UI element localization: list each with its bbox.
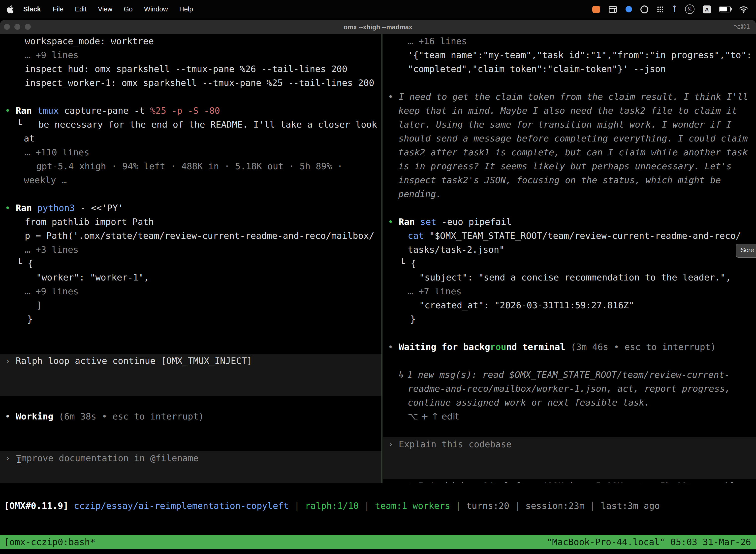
- reasoning-line: keep that in mind. Maybe I also need the…: [383, 104, 756, 118]
- last-activity: last:3m ago: [601, 500, 660, 511]
- waiting-status: • Waiting for background terminal (3m 46…: [383, 340, 756, 354]
- battery-icon[interactable]: [719, 6, 731, 12]
- terminal-line: inspect_hud: omx sparkshell --tmux-pane …: [0, 62, 381, 76]
- output-line: └ {: [0, 257, 381, 271]
- output-line: "created_at": "2026-03-31T11:59:27.816Z": [383, 298, 756, 312]
- blank-line: [383, 354, 756, 368]
- blank-line: [0, 396, 381, 409]
- window-title: omx --xhigh --madmax: [343, 23, 412, 31]
- code-line: "completed","claim_token":"claim-token"}…: [383, 62, 756, 76]
- collapsed-lines: … +9 lines: [0, 48, 381, 62]
- session-stats-line: weekly …: [0, 173, 381, 187]
- collapsed-lines: … +9 lines: [0, 284, 381, 298]
- session-stats-line: gpt-5.4 xhigh · 94% left · 488K in · 5.1…: [0, 159, 381, 173]
- blank-line: [0, 187, 381, 201]
- reasoning-line: task2 after task1 is complete, but can I…: [383, 146, 756, 159]
- collapsed-lines: … +16 lines: [383, 34, 756, 48]
- reasoning-line: is in progress? It seems likely but perh…: [383, 159, 756, 173]
- left-pane[interactable]: workspace_mode: worktree … +9 lines insp…: [0, 34, 381, 483]
- blank-line: [383, 326, 756, 340]
- reasoning-line: • I need to get the claim token from the…: [383, 90, 756, 104]
- ring-icon[interactable]: [640, 5, 648, 13]
- badge-61-icon[interactable]: 61: [685, 4, 694, 14]
- turns-counter: turns:20: [466, 500, 509, 511]
- menu-go[interactable]: Go: [124, 5, 133, 13]
- collapsed-lines: … +7 lines: [383, 284, 756, 298]
- terminal-line: inspect_worker-1: omx sparkshell --tmux-…: [0, 76, 381, 90]
- composer-input[interactable]: › Explain this codebase: [383, 437, 756, 451]
- desktop: Slack File Edit View Go Window Help ᛉ 61…: [0, 0, 756, 554]
- output-line: └ be necessary for the end of the README…: [0, 118, 381, 131]
- mailbox-message-line: ↳ 1 new msg(s): read $OMX_TEAM_STATE_ROO…: [383, 368, 756, 382]
- tmux-host-clock: "MacBook-Pro-44.local" 05:03 31-Mar-26: [547, 537, 751, 547]
- reasoning-line: pending.: [383, 187, 756, 201]
- input-source-icon[interactable]: A: [703, 5, 711, 13]
- edit-hint: ⌥ + ↑ edit: [383, 409, 756, 424]
- rune-icon[interactable]: ᛉ: [672, 5, 677, 13]
- reasoning-line: inspect task2's JSON, focusing on the st…: [383, 173, 756, 187]
- composer-input[interactable]: › Improve documentation in @filename: [0, 451, 381, 465]
- menu-view[interactable]: View: [98, 5, 112, 13]
- ralph-counter: ralph:1/10: [305, 500, 359, 511]
- code-line: '{"team_name":"my-team","task_id":"1","f…: [383, 48, 756, 62]
- blank-line: [0, 326, 381, 340]
- output-line: ]: [0, 298, 381, 312]
- window-shortcut: ⌥⌘1: [734, 23, 750, 30]
- tmux-session-name: [omx-cczip0:bash*: [4, 537, 95, 547]
- menu-window[interactable]: Window: [144, 5, 168, 13]
- tmux-status-bar: [omx-cczip0:bash* "MacBook-Pro-44.local"…: [0, 535, 756, 549]
- reasoning-line: should send a message before completing …: [383, 131, 756, 146]
- team-workers: team:1 workers: [375, 500, 450, 511]
- pane-divider[interactable]: [381, 34, 382, 483]
- blue-app-icon[interactable]: [626, 6, 632, 12]
- blank-line: [383, 201, 756, 215]
- workspace-path: cczip/essay/ai-reimplementation-copyleft: [68, 500, 289, 511]
- composer-box[interactable]: › Improve documentation in @filename: [0, 451, 381, 483]
- command-line: • Ran set -euo pipefail: [383, 215, 756, 229]
- blank-line: [0, 424, 381, 437]
- minimize-button[interactable]: [14, 24, 20, 30]
- collapsed-lines: … +3 lines: [0, 243, 381, 257]
- text-cursor: I: [16, 455, 21, 465]
- code-line: from pathlib import Path: [0, 215, 381, 229]
- terminal-line: workspace_mode: worktree: [0, 34, 381, 48]
- output-line: └ {: [383, 257, 756, 271]
- inject-line: › Ralph loop active continue [OMX_TMUX_I…: [0, 354, 381, 368]
- output-line: "subject": "send a concise recommendatio…: [383, 271, 756, 284]
- composer-box[interactable]: › Explain this codebase: [383, 437, 756, 479]
- wifi-icon[interactable]: [739, 6, 748, 13]
- output-line: "worker": "worker-1",: [0, 271, 381, 284]
- menu-bar-status-icons: ᛉ 61 A: [592, 4, 756, 14]
- screen-recording-icon[interactable]: [592, 6, 600, 13]
- output-line: }: [383, 312, 756, 326]
- mailbox-message-line: continue assigned work or next feasible …: [383, 396, 756, 409]
- menu-file[interactable]: File: [53, 5, 64, 13]
- menu-bar: Slack File Edit View Go Window Help ᛉ 61…: [0, 0, 756, 18]
- code-line: p = Path('.omx/state/team/review-current…: [0, 229, 381, 243]
- blank-line: [0, 90, 381, 104]
- command-line: • Ran tmux capture-pane -t %25 -p -S -80: [0, 104, 381, 118]
- collapsed-lines: … +110 lines: [0, 146, 381, 159]
- apple-menu-icon[interactable]: [7, 5, 13, 13]
- right-pane[interactable]: … +16 lines '{"team_name":"my-team","tas…: [383, 34, 756, 483]
- terminal-window: omx --xhigh --madmax ⌥⌘1 workspace_mode:…: [0, 20, 756, 554]
- app-menu-slack[interactable]: Slack: [23, 5, 41, 13]
- maximize-button[interactable]: [25, 24, 31, 30]
- close-button[interactable]: [4, 24, 10, 30]
- mailbox-message-line: readme-and-reco/mailbox/worker-1.json, a…: [383, 382, 756, 396]
- reasoning-line: later. Using the same for transition mig…: [383, 118, 756, 131]
- session-footer: gpt-5.4 xhigh · 94% left · 488K in · 5.1…: [383, 479, 756, 483]
- screen-tooltip: Scre: [736, 244, 756, 258]
- working-status: • Working (6m 38s • esc to interrupt): [0, 409, 381, 424]
- session-time: session:23m: [525, 500, 584, 511]
- output-line: at: [0, 131, 381, 146]
- command-line: • Ran python3 - <<'PY': [0, 201, 381, 215]
- menu-edit[interactable]: Edit: [75, 5, 86, 13]
- blank-line: [383, 76, 756, 90]
- tmux-inject-banner: › Ralph loop active continue [OMX_TMUX_I…: [0, 354, 381, 396]
- window-grid-icon[interactable]: [609, 6, 617, 13]
- title-bar[interactable]: omx --xhigh --madmax ⌥⌘1: [0, 20, 756, 34]
- dots-grid-icon[interactable]: [657, 6, 664, 13]
- omx-status-line: [OMX#0.11.9] cczip/essay/ai-reimplementa…: [4, 499, 660, 513]
- menu-help[interactable]: Help: [179, 5, 193, 13]
